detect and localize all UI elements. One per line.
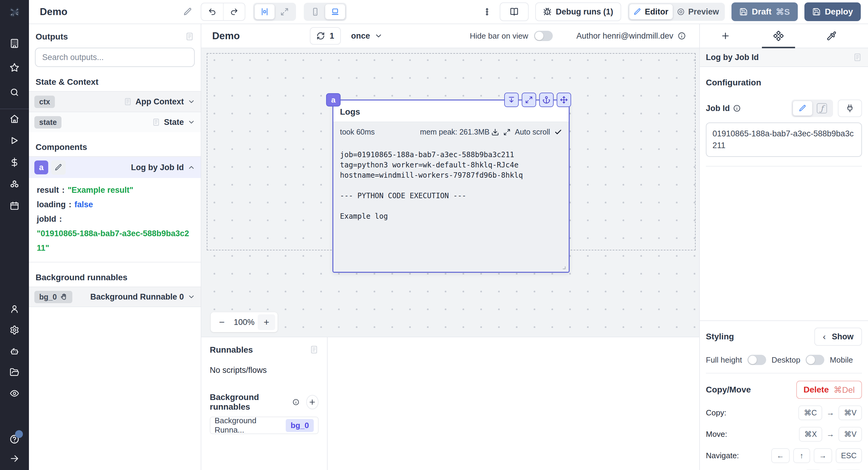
download-logs-icon[interactable] xyxy=(491,128,499,136)
preview-tab-label: Preview xyxy=(688,7,719,17)
workers-robot-icon[interactable] xyxy=(7,344,22,358)
editor-tab[interactable]: Editor xyxy=(629,4,673,19)
resources-cubes-icon[interactable] xyxy=(7,177,22,191)
full-width-layout-button[interactable] xyxy=(275,4,294,19)
state-row[interactable]: state State xyxy=(29,112,201,132)
debug-runs-button[interactable]: Debug runs (1) xyxy=(535,2,621,21)
add-background-runnable-button[interactable] xyxy=(306,395,318,409)
deploy-button[interactable]: Deploy xyxy=(804,2,861,21)
favorites-star-icon[interactable] xyxy=(7,60,22,75)
prop-loading[interactable]: loading:false xyxy=(37,197,193,212)
resize-handle[interactable] xyxy=(560,263,566,270)
canvas-layout-segment xyxy=(253,3,296,21)
background-runnables-heading: Background runnables xyxy=(36,273,194,282)
canvas-grid-zone[interactable]: a Logs took 60ms xyxy=(201,48,699,337)
log-took: took 60ms xyxy=(340,127,375,136)
desktop-toggle[interactable] xyxy=(806,355,824,365)
connect-input-button[interactable] xyxy=(838,99,862,117)
help-icon[interactable] xyxy=(7,432,22,446)
section-divider xyxy=(706,166,862,167)
info-icon[interactable] xyxy=(292,398,300,406)
runnables-panel: Runnables No scripts/flows Background ru… xyxy=(201,337,328,470)
static-input-mode-button[interactable] xyxy=(793,101,812,116)
rail-divider xyxy=(0,109,29,109)
fullscreen-button[interactable] xyxy=(522,93,536,107)
panel-doc-icon[interactable] xyxy=(853,53,862,62)
rename-component-pencil-icon[interactable] xyxy=(51,160,66,175)
info-icon[interactable] xyxy=(678,32,686,40)
expression-input-mode-button[interactable]: ƒ xyxy=(812,101,832,116)
bg-runnable-row[interactable]: bg_0 Background Runnable 0 xyxy=(29,287,201,307)
redo-button[interactable] xyxy=(223,3,245,20)
auto-scroll-check-icon[interactable] xyxy=(554,128,562,136)
bg-runnable-item[interactable]: Background Runna... bg_0 xyxy=(210,417,318,434)
theme-tab[interactable] xyxy=(815,24,848,48)
zoom-level: 100% xyxy=(230,318,258,327)
logs-component[interactable]: a Logs took 60ms xyxy=(333,99,569,273)
toggle-knob xyxy=(807,356,815,364)
selected-component-name: Log by Job Id xyxy=(706,53,759,62)
pencil-icon xyxy=(799,105,807,112)
settings-bottom-section: Styling ‹ Show Full height Desktop Mobil… xyxy=(700,320,868,470)
variables-dollar-icon[interactable] xyxy=(7,155,22,170)
zoom-in-button[interactable]: + xyxy=(258,314,275,330)
kbd-right: → xyxy=(814,448,832,463)
preview-tab[interactable]: Preview xyxy=(673,4,723,19)
job-id-input[interactable]: 01910865-188a-bab7-a3ec-588b9ba3c211 xyxy=(706,122,862,157)
expand-down-button[interactable] xyxy=(504,93,519,107)
kbd-esc: ESC xyxy=(836,448,862,463)
bug-icon xyxy=(543,7,552,16)
refresh-icon xyxy=(316,32,325,40)
kbd-up: ↑ xyxy=(793,448,810,463)
search-icon[interactable] xyxy=(7,85,22,99)
full-height-label: Full height xyxy=(706,355,742,365)
component-a-row[interactable]: a Log by Job Id xyxy=(29,156,201,178)
insert-component-tab[interactable] xyxy=(709,24,742,48)
outputs-panel: Outputs State & Context ctx App Context … xyxy=(29,24,201,470)
info-icon[interactable] xyxy=(733,105,741,112)
panel-doc-icon[interactable] xyxy=(185,32,194,41)
centered-layout-button[interactable] xyxy=(255,4,275,19)
show-styling-button[interactable]: ‹ Show xyxy=(814,328,862,346)
docs-book-button[interactable] xyxy=(500,2,529,21)
workspace-icon[interactable] xyxy=(7,36,22,51)
top-toolbar: Demo Debug run xyxy=(29,0,868,24)
component-settings-tab[interactable] xyxy=(762,24,795,48)
home-icon[interactable] xyxy=(7,112,22,126)
prop-result[interactable]: result:"Example result" xyxy=(37,183,193,197)
desktop-view-button[interactable] xyxy=(325,4,345,19)
component-id-badge: a xyxy=(34,160,48,174)
runs-play-icon[interactable] xyxy=(7,133,22,148)
expand-logs-icon[interactable] xyxy=(503,128,510,136)
delete-component-button[interactable]: Delete ⌘Del xyxy=(796,381,862,399)
move-button[interactable] xyxy=(557,93,571,107)
windmill-logo[interactable] xyxy=(0,0,29,24)
prop-jobid[interactable]: jobId: xyxy=(37,212,193,226)
zoom-out-button[interactable]: − xyxy=(213,314,230,330)
user-icon[interactable] xyxy=(7,302,22,316)
undo-button[interactable] xyxy=(201,3,223,20)
schedule-dropdown[interactable]: once xyxy=(351,31,383,41)
log-line xyxy=(340,180,562,190)
edit-title-pencil-icon[interactable] xyxy=(183,7,192,16)
expand-sidebar-arrow-icon[interactable] xyxy=(7,451,22,466)
schedules-calendar-icon[interactable] xyxy=(7,199,22,213)
toggle-knob xyxy=(535,32,544,40)
component-tag-badge[interactable]: a xyxy=(326,93,341,107)
folders-icon[interactable] xyxy=(7,365,22,380)
styling-heading: Styling xyxy=(706,332,734,342)
more-menu-icon[interactable] xyxy=(481,7,493,16)
anchor-button[interactable] xyxy=(539,93,554,107)
ctx-row[interactable]: ctx App Context xyxy=(29,91,201,112)
audit-eye-icon[interactable] xyxy=(7,386,22,401)
search-outputs-input[interactable] xyxy=(35,48,195,67)
settings-gear-icon[interactable] xyxy=(7,323,22,337)
mobile-view-button[interactable] xyxy=(305,4,325,19)
panel-doc-icon[interactable] xyxy=(310,345,318,354)
draft-button[interactable]: Draft ⌘S xyxy=(732,2,798,21)
hide-bar-toggle[interactable] xyxy=(534,31,553,41)
components-heading: Components xyxy=(36,142,194,152)
refresh-button[interactable]: 1 xyxy=(310,27,341,45)
debug-runs-label: Debug runs (1) xyxy=(556,7,613,17)
full-height-toggle[interactable] xyxy=(747,355,766,365)
